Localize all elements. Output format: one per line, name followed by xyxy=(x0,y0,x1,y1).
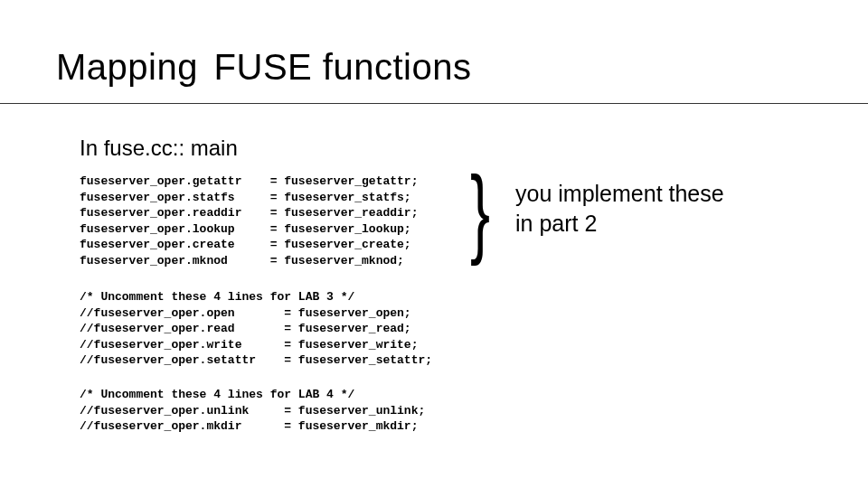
annotation-line-1: you implement these xyxy=(515,181,724,206)
code-block-part2: fuseserver_oper.getattr = fuseserver_get… xyxy=(80,174,418,268)
annotation-text: you implement these in part 2 xyxy=(515,179,724,238)
horizontal-divider xyxy=(0,103,868,104)
code-block-lab4: /* Uncomment these 4 lines for LAB 4 */ … xyxy=(80,387,425,435)
curly-brace-icon: } xyxy=(470,161,490,260)
slide-title: Mapping FUSE functions xyxy=(56,47,471,88)
code-block-lab3: /* Uncomment these 4 lines for LAB 3 */ … xyxy=(80,289,432,369)
title-word-1: Mapping xyxy=(56,47,198,87)
annotation-line-2: in part 2 xyxy=(515,211,597,236)
subtitle: In fuse.cc:: main xyxy=(80,136,238,161)
title-word-2: FUSE functions xyxy=(214,47,472,87)
